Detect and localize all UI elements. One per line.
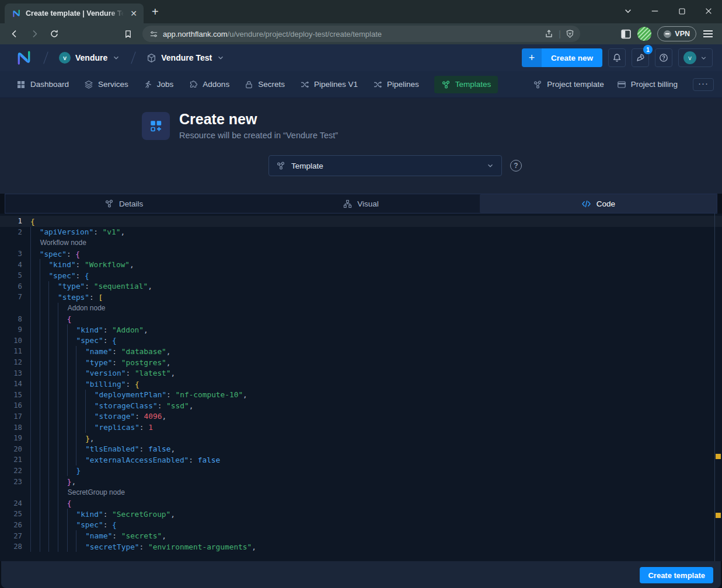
nav-item-label: Pipelines — [387, 80, 419, 89]
code-line: 14"billing": { — [0, 379, 722, 390]
browser-toolbar: app.northflank.com/u/vendure/project/dep… — [0, 23, 722, 44]
code-line: 8{ — [0, 313, 722, 324]
puzzle-icon — [189, 80, 198, 89]
breadcrumb-project[interactable]: Vendure Test — [147, 53, 225, 63]
code-line: 3"spec": { — [0, 249, 722, 260]
close-button[interactable] — [695, 0, 722, 22]
line-number: 11 — [0, 347, 30, 355]
nav-item-pipelines[interactable]: Pipelines — [373, 80, 419, 89]
chevron-down-icon — [112, 54, 120, 62]
line-number: 19 — [0, 434, 30, 442]
line-number: 16 — [0, 401, 30, 410]
nav-item-jobs[interactable]: Jobs — [144, 80, 174, 89]
overview-ruler[interactable] — [714, 214, 722, 561]
new-tab-button[interactable]: + — [152, 5, 159, 19]
nav-item-dashboard[interactable]: Dashboard — [16, 80, 69, 89]
tab-search-icon[interactable] — [615, 0, 641, 22]
nav-item-label: Addons — [203, 80, 229, 89]
code-icon — [581, 200, 591, 208]
line-number: 15 — [0, 391, 30, 399]
browser-tab[interactable]: Create template | Vendure Test | ✕ — [5, 4, 144, 23]
code-editor[interactable]: 1{2"apiVersion": "v1",Workflow node3"spe… — [0, 214, 722, 561]
browser-tab-strip: Create template | Vendure Test | ✕ + — [0, 0, 722, 23]
line-number: 8 — [0, 315, 30, 323]
card-icon — [617, 80, 626, 89]
view-tab-bar: DetailsVisualCode — [5, 194, 717, 214]
line-number: 20 — [0, 445, 30, 453]
nav-item-secrets[interactable]: Secrets — [245, 80, 285, 89]
tab-close-icon[interactable]: ✕ — [128, 8, 139, 19]
create-new-button[interactable]: + Create new — [522, 48, 602, 67]
app-header: v Vendure Vendure Test + Create new 1 — [0, 44, 722, 71]
user-menu-button[interactable]: v — [678, 48, 713, 67]
sidebar-icon[interactable] — [620, 29, 632, 40]
line-number: 10 — [0, 337, 30, 345]
menu-icon[interactable] — [702, 29, 714, 39]
nav-item-templates[interactable]: Templates — [434, 76, 498, 93]
toolbar-divider: | — [559, 29, 561, 38]
plus-icon[interactable]: + — [522, 48, 542, 67]
molecule-icon — [441, 80, 451, 89]
bookmark-icon[interactable] — [119, 26, 137, 42]
ruler-marker — [716, 513, 721, 518]
line-number: 7 — [0, 293, 30, 301]
create-new-icon — [142, 112, 170, 140]
view-tab-label: Visual — [357, 200, 379, 208]
line-number: 25 — [0, 510, 30, 518]
nav-item-label: Jobs — [157, 80, 174, 89]
line-number: 2 — [0, 228, 30, 236]
back-button[interactable] — [6, 26, 23, 42]
code-line: 2"apiVersion": "v1", — [0, 227, 722, 238]
line-number: 3 — [0, 250, 30, 258]
tab-title: Create template | Vendure Test | — [26, 9, 124, 18]
vpn-button[interactable]: VPN — [657, 26, 696, 41]
nav-item-addons[interactable]: Addons — [189, 80, 229, 89]
shuffle-icon — [373, 80, 382, 89]
northflank-logo-icon[interactable] — [15, 49, 33, 66]
extension-avatar-icon[interactable] — [637, 27, 651, 41]
help-circle-icon[interactable]: ? — [510, 160, 522, 172]
lock-icon — [245, 80, 253, 89]
help-button[interactable] — [655, 48, 672, 67]
code-line: 26"spec": { — [0, 520, 722, 531]
view-tab-visual[interactable]: Visual — [242, 194, 479, 213]
line-number: 17 — [0, 412, 30, 421]
site-settings-icon[interactable] — [149, 30, 158, 38]
forward-button[interactable] — [26, 26, 43, 42]
share-icon[interactable] — [545, 29, 554, 38]
node-annotation: Workflow node — [40, 239, 86, 247]
nav-item-pipelines-v1[interactable]: Pipelines V1 — [300, 80, 358, 89]
page-title: Create new — [179, 111, 257, 128]
whats-new-button[interactable]: 1 — [632, 48, 649, 67]
code-annotation-row: SecretGroup node — [0, 487, 722, 498]
nav-item-label: Templates — [455, 80, 491, 89]
nav-item-project-billing[interactable]: Project billing — [617, 80, 678, 89]
create-new-section: Create new Resource will be created in “… — [0, 98, 722, 194]
breadcrumb-org[interactable]: v Vendure — [59, 52, 120, 64]
northflank-favicon-icon — [12, 9, 21, 18]
resource-type-select[interactable]: Template — [268, 155, 502, 176]
line-number: 26 — [0, 521, 30, 529]
create-template-button[interactable]: Create template — [640, 567, 713, 583]
line-number: 1 — [0, 217, 30, 225]
brave-shield-icon[interactable] — [566, 29, 574, 38]
code-line: 16"storageClass": "ssd", — [0, 400, 722, 411]
reload-button[interactable] — [46, 26, 63, 42]
minimize-button[interactable] — [641, 0, 668, 22]
layers-icon — [84, 80, 93, 89]
url-bar[interactable]: app.northflank.com/u/vendure/project/dep… — [142, 26, 580, 42]
nav-item-services[interactable]: Services — [84, 80, 128, 89]
ruler-marker — [716, 454, 721, 459]
line-number: 21 — [0, 456, 30, 464]
org-name: Vendure — [75, 53, 107, 62]
view-tab-details[interactable]: Details — [5, 194, 242, 213]
maximize-button[interactable] — [668, 0, 695, 22]
code-line: 28"secretType": "environment-arguments", — [0, 541, 722, 552]
vpn-status-icon — [664, 30, 671, 38]
code-line: 10"spec": { — [0, 335, 722, 346]
nav-more-button[interactable]: ··· — [693, 78, 714, 91]
nav-item-project-template[interactable]: Project template — [533, 80, 604, 89]
view-tab-code[interactable]: Code — [480, 194, 717, 213]
notifications-button[interactable] — [608, 48, 626, 67]
molecule-icon — [533, 80, 542, 89]
